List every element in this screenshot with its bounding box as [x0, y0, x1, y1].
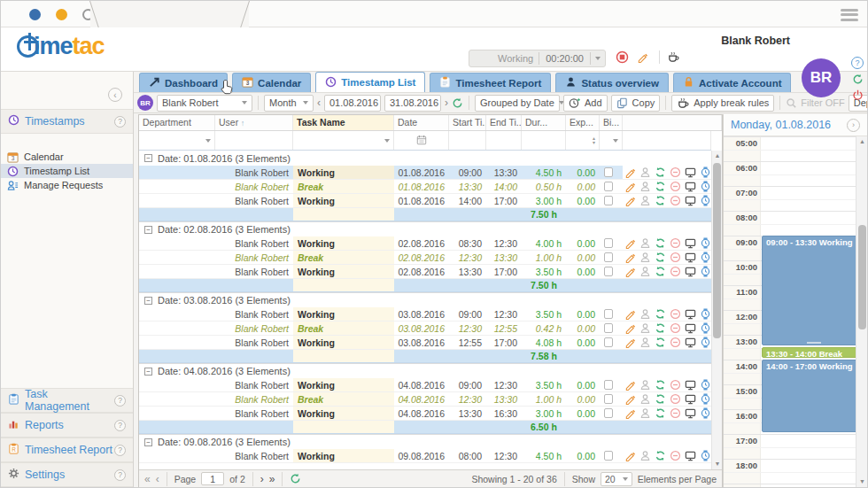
terminal-icon[interactable] — [685, 195, 696, 206]
remove-icon[interactable] — [670, 322, 681, 334]
refresh-icon[interactable] — [852, 74, 864, 85]
remove-icon[interactable] — [670, 266, 681, 277]
group-header[interactable]: −Date: 01.08.2016 (3 Elements) — [139, 151, 711, 166]
live-timestamp-icon[interactable] — [700, 308, 711, 320]
section-help-icon[interactable]: ? — [114, 395, 126, 407]
sync-icon[interactable] — [655, 450, 666, 461]
live-timestamp-icon[interactable] — [700, 322, 711, 334]
filter-chevron-down-icon[interactable] — [613, 139, 618, 143]
group-header[interactable]: −Date: 09.08.2016 (3 Elements) — [139, 434, 711, 449]
live-timestamp-icon[interactable] — [700, 450, 711, 461]
terminal-icon[interactable] — [685, 252, 696, 263]
timestamp-row[interactable]: Blank RobertWorking02.08.201613:3017:003… — [139, 265, 711, 279]
edit-icon[interactable] — [624, 237, 636, 249]
copy-button[interactable]: Copy — [611, 95, 661, 112]
calendar-event-working[interactable]: 09:00 - 13:30 Working — [762, 236, 866, 345]
collapse-group-icon[interactable]: − — [144, 297, 152, 305]
date-to-field[interactable]: 31.08.2016 — [384, 95, 441, 112]
tab-dashboard[interactable]: Dashboard — [139, 73, 228, 92]
column-header-exp-[interactable]: Exp... — [566, 115, 600, 130]
column-header-dur-[interactable]: Dur... — [522, 115, 566, 130]
sync-icon[interactable] — [655, 181, 666, 192]
filter-cell[interactable] — [486, 131, 522, 150]
edit-icon[interactable] — [624, 167, 636, 178]
billable-checkbox[interactable] — [604, 394, 613, 404]
assign-user-icon[interactable] — [639, 393, 651, 405]
sidebar-section-timesheet-report[interactable]: RTimesheet Report? — [1, 438, 133, 462]
sync-icon[interactable] — [655, 195, 666, 206]
tracker-chevron-down-icon[interactable] — [595, 57, 601, 60]
timestamp-row[interactable]: Blank RobertWorking04.08.201609:0012:303… — [139, 378, 711, 392]
collapse-group-icon[interactable]: − — [144, 438, 152, 446]
tab-status-overview[interactable]: Status overview — [555, 73, 669, 92]
filter-cell[interactable] — [600, 131, 623, 150]
remove-icon[interactable] — [670, 407, 681, 419]
live-timestamp-icon[interactable] — [700, 237, 711, 249]
timestamp-row[interactable]: Blank RobertBreak03.08.201612:3012:550.4… — [139, 321, 711, 336]
live-timestamp-icon[interactable] — [700, 407, 711, 419]
timestamp-row[interactable]: Blank RobertBreak01.08.201613:3014:000.5… — [139, 180, 711, 194]
column-header-task-name[interactable]: Task Name — [293, 115, 394, 130]
terminal-icon[interactable] — [685, 266, 696, 277]
edit-icon[interactable] — [624, 266, 636, 277]
next-day-icon[interactable]: › — [847, 119, 860, 132]
page-number-input[interactable] — [201, 472, 224, 485]
assign-user-icon[interactable] — [639, 181, 651, 192]
sync-icon[interactable] — [655, 237, 666, 249]
group-header[interactable]: −Date: 04.08.2016 (3 Elements) — [139, 363, 711, 378]
billable-checkbox[interactable] — [604, 238, 613, 248]
column-header-department[interactable]: Department — [139, 115, 215, 130]
assign-user-icon[interactable] — [639, 407, 651, 419]
terminal-icon[interactable] — [685, 237, 696, 249]
window-control-2[interactable] — [56, 9, 67, 20]
remove-icon[interactable] — [670, 252, 681, 263]
filter-cell[interactable] — [215, 131, 293, 150]
billable-checkbox[interactable] — [604, 309, 613, 319]
column-header-bi-[interactable]: Bi... — [600, 115, 623, 130]
sidebar-section-settings[interactable]: Settings? — [1, 462, 133, 487]
scrollbar-thumb[interactable] — [858, 225, 866, 329]
filter-calendar-icon[interactable] — [416, 133, 427, 149]
timestamp-row[interactable]: Blank RobertBreak04.08.201612:3013:301.0… — [139, 392, 711, 407]
remove-icon[interactable] — [670, 237, 681, 249]
billable-checkbox[interactable] — [604, 451, 613, 461]
remove-icon[interactable] — [670, 167, 681, 178]
terminal-icon[interactable] — [685, 393, 696, 405]
terminal-icon[interactable] — [685, 379, 696, 391]
window-menu-icon[interactable] — [841, 6, 858, 23]
assign-user-icon[interactable] — [639, 167, 651, 178]
remove-icon[interactable] — [670, 393, 681, 405]
live-timestamp-icon[interactable] — [700, 195, 711, 206]
column-header-start-ti-[interactable]: Start Ti... — [449, 115, 486, 130]
edit-icon[interactable] — [624, 393, 636, 405]
billable-checkbox[interactable] — [604, 267, 613, 276]
sync-icon[interactable] — [655, 337, 666, 348]
live-timestamp-icon[interactable] — [700, 167, 711, 178]
remove-icon[interactable] — [670, 195, 681, 206]
live-timestamp-icon[interactable] — [700, 379, 711, 391]
column-header-user[interactable]: User ↑ — [215, 115, 293, 130]
filter-spinner-icon[interactable]: ▴▾ — [593, 136, 595, 145]
section-help-icon[interactable]: ? — [114, 469, 126, 481]
filter-cell[interactable] — [522, 131, 566, 150]
sync-icon[interactable] — [655, 322, 666, 334]
stop-recording-icon[interactable] — [616, 50, 630, 65]
remove-icon[interactable] — [670, 379, 681, 391]
edit-icon[interactable] — [624, 450, 636, 461]
edit-icon[interactable] — [624, 379, 636, 391]
sync-icon[interactable] — [655, 393, 666, 405]
live-timestamp-icon[interactable] — [700, 266, 711, 277]
live-timestamp-icon[interactable] — [700, 337, 711, 348]
event-resize-grip[interactable] — [807, 342, 821, 344]
assign-user-icon[interactable] — [639, 337, 651, 348]
billable-checkbox[interactable] — [604, 252, 613, 262]
sidebar-section-reports[interactable]: Reports? — [1, 413, 133, 438]
edit-icon[interactable] — [624, 308, 636, 320]
edit-note-icon[interactable] — [637, 50, 651, 65]
filter-cell[interactable] — [394, 131, 449, 150]
terminal-icon[interactable] — [685, 322, 696, 334]
timestamp-row[interactable]: Blank RobertWorking04.08.201613:3016:303… — [139, 407, 711, 421]
date-from-field[interactable]: 01.08.2016 — [324, 95, 381, 112]
calendar-event-working[interactable]: 14:00 - 17:00 Working — [762, 360, 866, 432]
terminal-icon[interactable] — [685, 450, 696, 461]
